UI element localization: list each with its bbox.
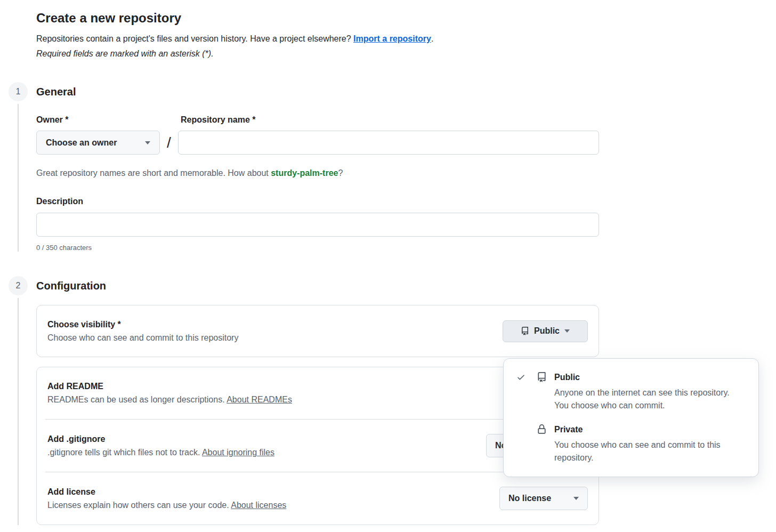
visibility-card: Choose visibility * Choose who can see a… [36, 305, 599, 357]
choose-visibility-title: Choose visibility * [47, 320, 238, 329]
subtitle-text: Repositories contain a project's files a… [36, 34, 351, 43]
option-public-label: Public [554, 371, 746, 384]
visibility-button-label: Public [534, 326, 560, 336]
owner-label: Owner * [36, 115, 181, 125]
about-ignoring-files-link[interactable]: About ignoring files [202, 448, 274, 457]
character-counter: 0 / 350 characters [36, 244, 599, 252]
repository-name-input[interactable] [178, 131, 599, 155]
chevron-down-icon [564, 329, 570, 335]
owner-repo-separator: / [160, 134, 178, 151]
step-rail-line-1 [18, 104, 19, 252]
step-rail-line-2 [18, 298, 19, 525]
gitignore-desc-text: .gitignore tells git which files not to … [47, 448, 202, 457]
add-license-row: Add license Licenses explain how others … [45, 472, 590, 525]
choose-owner-dropdown[interactable]: Choose an owner [36, 131, 160, 155]
step-rail-1: 1 [0, 82, 36, 252]
chevron-down-icon [573, 497, 579, 503]
page-header: Create a new repository Repositories con… [0, 0, 776, 59]
repository-name-label: Repository name * [181, 115, 255, 125]
suggested-repo-name: sturdy-palm-tree [271, 168, 338, 178]
choose-visibility-subtitle: Choose who can see and commit to this re… [47, 333, 238, 343]
visibility-dropdown-button[interactable]: Public [503, 320, 588, 342]
page-title: Create a new repository [36, 11, 776, 26]
check-icon [516, 371, 537, 382]
license-desc-text: Licenses explain how others can use your… [47, 501, 231, 510]
repo-icon [521, 327, 529, 335]
choose-owner-label: Choose an owner [46, 138, 117, 148]
suggestion-prefix: Great repository names are short and mem… [36, 168, 271, 178]
visibility-option-public[interactable]: Public Anyone on the internet can see th… [516, 371, 746, 412]
about-readmes-link[interactable]: About READMEs [227, 395, 292, 404]
chevron-down-icon [145, 141, 150, 147]
option-private-description: You choose who can see and commit to thi… [554, 439, 734, 464]
add-license-description: Licenses explain how others can use your… [47, 501, 286, 510]
visibility-option-private[interactable]: Private You choose who can see and commi… [516, 423, 746, 464]
license-button-label: No license [508, 494, 551, 503]
general-heading: General [36, 82, 599, 101]
page-subtitle: Repositories contain a project's files a… [36, 34, 776, 44]
readme-desc-text: READMEs can be used as longer descriptio… [47, 395, 227, 404]
repo-name-suggestion: Great repository names are short and mem… [36, 168, 599, 178]
suggestion-suffix: ? [338, 168, 343, 178]
check-placeholder [516, 423, 537, 425]
visibility-dropdown-panel: Public Anyone on the internet can see th… [503, 358, 759, 477]
description-input[interactable] [36, 213, 599, 237]
add-license-title: Add license [47, 487, 286, 497]
step-rail-2: 2 [0, 276, 36, 525]
repo-icon [537, 371, 554, 383]
step-number-2: 2 [9, 276, 28, 295]
import-repository-link[interactable]: Import a repository [353, 34, 431, 43]
license-dropdown[interactable]: No license [499, 487, 588, 510]
section-general: 1 General Owner * Repository name * Choo… [0, 82, 776, 252]
lock-icon [537, 423, 554, 435]
description-label: Description [36, 197, 599, 206]
add-gitignore-description: .gitignore tells git which files not to … [47, 448, 274, 457]
configuration-heading: Configuration [36, 276, 599, 295]
add-readme-title: Add README [47, 382, 292, 391]
option-private-label: Private [554, 423, 746, 436]
option-public-description: Anyone on the internet can see this repo… [554, 386, 734, 412]
add-readme-description: READMEs can be used as longer descriptio… [47, 395, 292, 405]
step-number-1: 1 [9, 82, 28, 101]
subtitle-suffix: . [431, 34, 433, 43]
required-fields-note: Required fields are marked with an aster… [36, 49, 776, 59]
about-licenses-link[interactable]: About licenses [231, 501, 286, 510]
add-gitignore-title: Add .gitignore [47, 434, 274, 444]
